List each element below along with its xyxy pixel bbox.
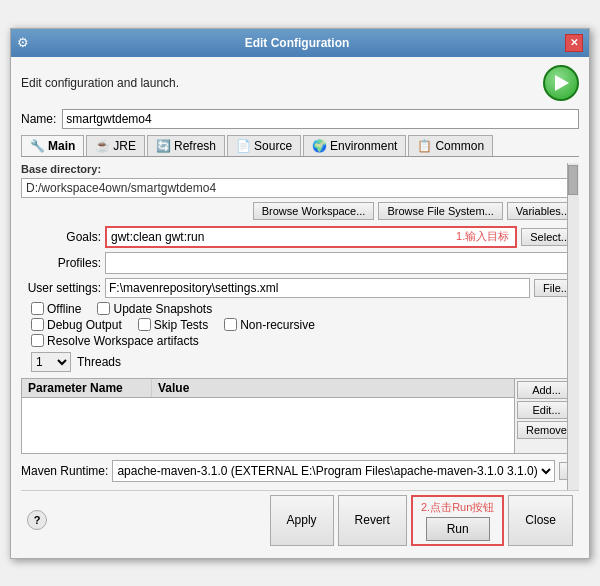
close-dialog-button[interactable]: Close (508, 495, 573, 546)
goals-wrapper: 1.输入目标 (105, 226, 517, 248)
user-settings-label: User settings: (21, 281, 101, 295)
resolve-workspace-label: Resolve Workspace artifacts (47, 334, 199, 348)
resolve-workspace-checkbox-item: Resolve Workspace artifacts (31, 334, 199, 348)
environment-tab-label: Environment (330, 139, 397, 153)
dialog-title: Edit Configuration (29, 36, 565, 50)
checkboxes-row-2: Debug Output Skip Tests Non-recursive (31, 318, 579, 332)
update-snapshots-label: Update Snapshots (113, 302, 212, 316)
content-area: Base directory: D:/workspace4own/smartgw… (21, 163, 579, 490)
title-bar: ⚙ Edit Configuration ✕ (11, 29, 589, 57)
jre-tab-icon: ☕ (95, 139, 110, 153)
refresh-tab-icon: 🔄 (156, 139, 171, 153)
maven-runtime-select[interactable]: apache-maven-3.1.0 (EXTERNAL E:\Program … (112, 460, 555, 482)
scroll-area: Base directory: D:/workspace4own/smartgw… (21, 163, 579, 490)
common-tab-label: Common (435, 139, 484, 153)
maven-runtime-row: Maven Runtime: apache-maven-3.1.0 (EXTER… (21, 460, 579, 482)
edit-configuration-dialog: ⚙ Edit Configuration ✕ Edit configuratio… (10, 28, 590, 559)
name-label: Name: (21, 112, 56, 126)
scrollbar-thumb[interactable] (568, 165, 578, 195)
threads-label: Threads (77, 355, 121, 369)
debug-output-label: Debug Output (47, 318, 122, 332)
profiles-input[interactable] (105, 252, 579, 274)
parameter-table: Parameter Name Value (22, 379, 514, 453)
tabs-bar: 🔧 Main ☕ JRE 🔄 Refresh 📄 Source 🌍 Enviro… (21, 135, 579, 157)
debug-output-checkbox-item: Debug Output (31, 318, 122, 332)
base-dir-value: D:/workspace4own/smartgwtdemo4 (21, 178, 579, 198)
browse-file-system-button[interactable]: Browse File System... (378, 202, 502, 220)
tab-main[interactable]: 🔧 Main (21, 135, 84, 156)
common-tab-icon: 📋 (417, 139, 432, 153)
base-dir-label: Base directory: (21, 163, 579, 175)
header-row: Edit configuration and launch. (21, 65, 579, 101)
tab-refresh[interactable]: 🔄 Refresh (147, 135, 225, 156)
non-recursive-checkbox-item: Non-recursive (224, 318, 315, 332)
run-annotation-box: 2.点击Run按钮 Run (411, 495, 504, 546)
checkboxes-row-1: Offline Update Snapshots (31, 302, 579, 316)
update-snapshots-checkbox[interactable] (97, 302, 110, 315)
help-button[interactable]: ? (27, 510, 47, 530)
environment-tab-icon: 🌍 (312, 139, 327, 153)
offline-checkbox[interactable] (31, 302, 44, 315)
footer-right-buttons: Apply Revert 2.点击Run按钮 Run Close (270, 495, 573, 546)
non-recursive-checkbox[interactable] (224, 318, 237, 331)
resolve-workspace-checkbox[interactable] (31, 334, 44, 347)
header-description: Edit configuration and launch. (21, 76, 179, 90)
skip-tests-checkbox-item: Skip Tests (138, 318, 208, 332)
parameter-table-area: Parameter Name Value Add... Edit... Remo… (21, 378, 579, 454)
run-annotation-text: 2.点击Run按钮 (421, 500, 494, 515)
param-name-col-header: Parameter Name (22, 379, 152, 397)
main-tab-label: Main (48, 139, 75, 153)
run-button[interactable]: Run (426, 517, 490, 541)
table-body (22, 398, 514, 453)
jre-tab-label: JRE (113, 139, 136, 153)
name-input[interactable] (62, 109, 579, 129)
maven-runtime-label: Maven Runtime: (21, 464, 108, 478)
close-button[interactable]: ✕ (565, 34, 583, 52)
dialog-icon: ⚙ (17, 35, 29, 50)
update-snapshots-checkbox-item: Update Snapshots (97, 302, 212, 316)
source-tab-label: Source (254, 139, 292, 153)
scrollbar-track[interactable] (567, 163, 579, 490)
footer-buttons: ? Apply Revert 2.点击Run按钮 Run Close (21, 490, 579, 550)
source-tab-icon: 📄 (236, 139, 251, 153)
goals-row: Goals: 1.输入目标 Select... (21, 226, 579, 248)
value-col-header: Value (152, 379, 514, 397)
dialog-body: Edit configuration and launch. Name: 🔧 M… (11, 57, 589, 558)
play-triangle-icon (555, 75, 569, 91)
skip-tests-checkbox[interactable] (138, 318, 151, 331)
apply-button[interactable]: Apply (270, 495, 334, 546)
goals-label: Goals: (21, 230, 101, 244)
revert-button[interactable]: Revert (338, 495, 407, 546)
non-recursive-label: Non-recursive (240, 318, 315, 332)
profiles-label: Profiles: (21, 256, 101, 270)
offline-checkbox-item: Offline (31, 302, 81, 316)
offline-label: Offline (47, 302, 81, 316)
threads-row: 1248 Threads (31, 352, 579, 372)
refresh-tab-label: Refresh (174, 139, 216, 153)
table-header-row: Parameter Name Value (22, 379, 514, 398)
main-tab-icon: 🔧 (30, 139, 45, 153)
user-settings-row: User settings: File... (21, 278, 579, 298)
debug-output-checkbox[interactable] (31, 318, 44, 331)
skip-tests-label: Skip Tests (154, 318, 208, 332)
profiles-row: Profiles: (21, 252, 579, 274)
run-icon-button[interactable] (543, 65, 579, 101)
tab-source[interactable]: 📄 Source (227, 135, 301, 156)
tab-environment[interactable]: 🌍 Environment (303, 135, 406, 156)
tab-jre[interactable]: ☕ JRE (86, 135, 145, 156)
checkboxes-area: Offline Update Snapshots Debug Output (31, 302, 579, 348)
name-row: Name: (21, 109, 579, 129)
tab-common[interactable]: 📋 Common (408, 135, 493, 156)
browse-buttons-row: Browse Workspace... Browse File System..… (21, 202, 579, 220)
threads-select[interactable]: 1248 (31, 352, 71, 372)
browse-workspace-button[interactable]: Browse Workspace... (253, 202, 375, 220)
checkboxes-row-3: Resolve Workspace artifacts (31, 334, 579, 348)
goals-input[interactable] (105, 226, 517, 248)
user-settings-input[interactable] (105, 278, 530, 298)
